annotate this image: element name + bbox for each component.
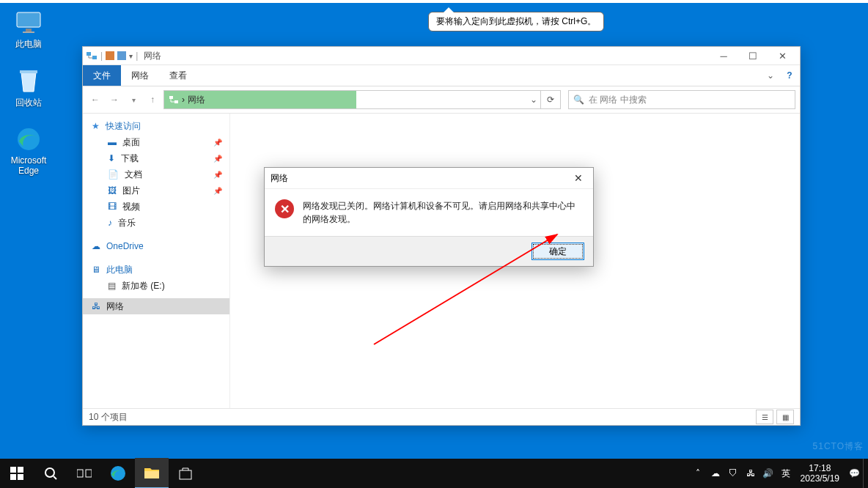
task-view-button[interactable] [67,459,101,488]
desktop-icon-this-pc[interactable]: 此电脑 [3,7,54,51]
taskbar-store[interactable] [169,459,202,488]
svg-rect-2 [23,32,34,33]
ribbon-tab-file[interactable]: 文件 [83,65,121,86]
nav-downloads[interactable]: ⬇ 下载 📌 [83,150,229,166]
minimize-button[interactable]: ─ [709,47,738,64]
nav-label: 文档 [125,169,142,181]
nav-label: 桌面 [122,136,140,149]
dialog-message: 网络发现已关闭。网络计算机和设备不可见。请启用网络和共享中心中的网络发现。 [303,199,583,226]
svg-rect-7 [106,51,114,60]
taskbar-edge[interactable] [101,459,135,488]
svg-rect-12 [10,467,16,473]
taskbar-explorer[interactable] [135,458,169,488]
refresh-button[interactable]: ⟳ [540,91,560,108]
pin-icon: 📌 [213,138,222,147]
dialog-close-button[interactable]: ✕ [570,172,587,184]
desktop-icon-edge[interactable]: Microsoft Edge [3,125,54,176]
help-icon[interactable]: ? [779,65,800,86]
search-icon: 🔍 [573,95,584,105]
nav-music[interactable]: ♪ 音乐 [83,215,229,231]
maximize-button[interactable]: ☐ [738,47,768,64]
recent-locations-icon[interactable]: ▾ [125,92,141,108]
nav-row: ← → ▾ ↑ › 网络 ⌄ ⟳ 🔍 在 网络 中搜索 [83,86,800,114]
ribbon: 文件 网络 查看 ⌄ ? [83,65,800,86]
nav-label: 图片 [122,185,140,197]
watermark: 51CTO博客 [813,440,864,453]
nav-videos[interactable]: 🎞 视频 [83,199,229,215]
nav-desktop[interactable]: ▬ 桌面 📌 [83,134,229,150]
vm-tooltip: 要将输入定向到此虚拟机，请按 Ctrl+G。 [428,12,604,32]
ribbon-collapse-icon[interactable]: ⌄ [762,65,779,86]
tray-ime-indicator[interactable]: 英 [777,467,795,480]
status-text: 10 个项目 [89,411,128,424]
desktop-icon-label: Microsoft Edge [3,155,54,176]
tray-network-icon[interactable]: 🖧 [742,468,760,478]
ribbon-tab-view[interactable]: 查看 [159,65,197,86]
desktop-icon-label: 回收站 [3,97,54,109]
svg-rect-14 [10,474,16,480]
breadcrumb[interactable]: 网络 [188,94,205,106]
tray-security-icon[interactable]: ⛉ [724,468,742,478]
view-details-button[interactable]: ☰ [756,410,773,424]
nav-label: 视频 [122,201,140,213]
star-icon: ★ [92,121,100,131]
video-icon: 🎞 [108,202,117,212]
nav-label: OneDrive [106,241,144,251]
svg-line-17 [54,476,56,479]
chevron-down-icon[interactable]: ⌄ [530,95,537,105]
show-desktop-button[interactable] [863,459,868,488]
view-icons-button[interactable]: ▦ [776,410,794,424]
svg-rect-3 [20,70,37,73]
nav-pictures[interactable]: 🖼 图片 📌 [83,182,229,199]
forward-button[interactable]: → [106,92,122,108]
nav-volume-e[interactable]: ▤ 新加卷 (E:) [83,278,229,294]
nav-network[interactable]: 🖧 网络 [83,298,229,314]
up-button[interactable]: ↑ [144,92,161,108]
nav-label: 音乐 [118,217,136,229]
dialog-title: 网络 [271,172,288,185]
close-button[interactable]: ✕ [768,47,797,64]
start-button[interactable] [0,459,34,488]
nav-label: 快速访问 [106,120,141,133]
titlebar[interactable]: | ▾ | 网络 ─ ☐ ✕ [83,47,800,65]
dialog-titlebar[interactable]: 网络 ✕ [265,168,593,189]
tray-onedrive-icon[interactable]: ☁ [707,468,724,478]
nav-quick-access[interactable]: ★ 快速访问 [83,118,229,134]
network-icon [169,95,179,105]
taskbar-date: 2023/5/19 [801,473,839,484]
network-icon [86,50,98,62]
system-tray[interactable]: ˄ ☁ ⛉ 🖧 🔊 英 17:18 2023/5/19 💬 [689,459,868,488]
taskbar-time: 17:18 [801,463,839,473]
vm-top-strip [0,0,868,3]
desktop-icon-recycle[interactable]: 回收站 [3,66,54,109]
cloud-icon: ☁ [92,241,100,251]
search-button[interactable] [34,459,67,488]
chevron-down-icon[interactable]: ▾ [129,52,133,60]
ribbon-tab-network[interactable]: 网络 [121,65,159,86]
svg-rect-22 [180,470,191,479]
nav-documents[interactable]: 📄 文档 📌 [83,166,229,182]
nav-label: 网络 [106,300,124,313]
quick-access-undo-icon[interactable] [117,51,126,60]
svg-rect-21 [144,471,159,478]
desktop-icon-label: 此电脑 [3,38,54,51]
nav-this-pc[interactable]: 🖥 此电脑 [83,262,229,278]
chevron-right-icon: › [182,95,185,105]
back-button[interactable]: ← [87,92,103,108]
search-input[interactable]: 🔍 在 网络 中搜索 [568,90,795,109]
address-bar[interactable]: › 网络 ⌄ ⟳ [163,90,561,109]
ok-button[interactable]: 确定 [532,243,584,260]
navigation-pane[interactable]: ★ 快速访问 ▬ 桌面 📌 ⬇ 下载 📌 📄 文档 📌 🖼 图片 📌 [83,114,230,408]
svg-rect-18 [77,470,83,477]
taskbar-clock[interactable]: 17:18 2023/5/19 [795,463,845,484]
status-bar: 10 个项目 ☰ ▦ [83,408,800,425]
download-icon: ⬇ [108,153,115,163]
music-icon: ♪ [108,218,112,228]
nav-onedrive[interactable]: ☁ OneDrive [83,238,229,254]
tray-chevron-up-icon[interactable]: ˄ [689,468,707,478]
quick-access-save-icon[interactable] [106,51,114,60]
svg-rect-6 [92,56,97,59]
taskbar[interactable]: ˄ ☁ ⛉ 🖧 🔊 英 17:18 2023/5/19 💬 [0,459,868,488]
notifications-button[interactable]: 💬 [845,468,863,478]
tray-volume-icon[interactable]: 🔊 [760,468,777,478]
